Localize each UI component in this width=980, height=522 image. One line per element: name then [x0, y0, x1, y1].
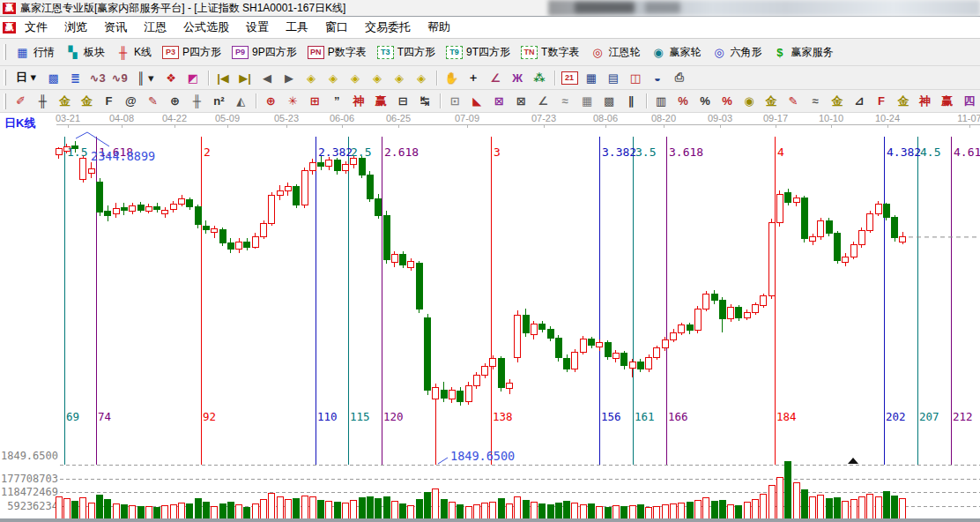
stats-table-button[interactable]: ▥: [650, 92, 672, 110]
corner-box-button[interactable]: ⊡: [444, 92, 466, 110]
color-histogram-button[interactable]: ◩: [182, 69, 204, 87]
shen-angle-button[interactable]: 神: [914, 92, 936, 110]
candle-note-button[interactable]: ✎: [782, 92, 804, 110]
time-grid-button[interactable]: ╫: [32, 92, 54, 110]
go-first-button[interactable]: |◀: [212, 69, 234, 87]
ying-grid-button[interactable]: 赢: [370, 92, 392, 110]
winner-service-button[interactable]: $赢家服务: [767, 42, 838, 63]
grid-box-b-button[interactable]: ▩: [598, 92, 620, 110]
red-grid-box-button[interactable]: ⊞: [304, 92, 326, 110]
gold-line-2-button[interactable]: 金: [826, 92, 848, 110]
go-last-button[interactable]: ▶|: [234, 69, 256, 87]
number-table-button[interactable]: ⊟: [392, 92, 414, 110]
gold-angle-button[interactable]: 金: [892, 92, 914, 110]
time-hash-button[interactable]: ╫: [186, 92, 208, 110]
diamond-left-button[interactable]: ◈: [301, 69, 323, 87]
pan-hand-button[interactable]: ✋: [441, 69, 463, 87]
toolbar-grip[interactable]: [4, 93, 6, 109]
quote-mark-button[interactable]: ”: [326, 92, 348, 110]
hexagon-button[interactable]: ◎六角形: [706, 42, 767, 63]
red-fan-button[interactable]: ◣: [466, 92, 488, 110]
nine-p-square-button[interactable]: P99P四方形: [226, 42, 302, 63]
diamond-vertical-button[interactable]: ◈: [367, 69, 389, 87]
gold-square-9-button[interactable]: 金: [76, 92, 98, 110]
menu-item-1[interactable]: 浏览: [56, 17, 95, 38]
diamond-center-button[interactable]: ◈: [389, 69, 411, 87]
width-measure-button[interactable]: ↹: [414, 92, 436, 110]
memo-button[interactable]: ▤: [603, 69, 625, 87]
net-save-button[interactable]: ◒: [647, 69, 669, 87]
menu-item-5[interactable]: 设置: [238, 17, 277, 38]
diamond-all-button[interactable]: ◈: [411, 69, 433, 87]
t-square-button[interactable]: T3T四方形: [372, 42, 441, 63]
calendar-21-button[interactable]: 21: [559, 69, 581, 87]
angle-measure-button[interactable]: ∠: [485, 69, 507, 87]
menu-item-2[interactable]: 资讯: [96, 17, 135, 38]
candle-body: [637, 362, 643, 369]
gold-line-button[interactable]: 金: [760, 92, 782, 110]
f-angle-button[interactable]: F: [870, 92, 892, 110]
menu-item-8[interactable]: 交易委托: [357, 17, 419, 38]
menu-item-0[interactable]: 文件: [17, 17, 56, 38]
j-angle-button[interactable]: ⊿: [848, 92, 870, 110]
t-number-table-button[interactable]: TNT数字表: [516, 42, 584, 63]
window-layout-button[interactable]: ▩: [42, 69, 64, 87]
date-label: 03-21: [56, 113, 80, 123]
n2-grid-button[interactable]: n²: [208, 92, 230, 110]
print-button[interactable]: ⎙: [669, 69, 691, 87]
toolbar-grip[interactable]: [4, 70, 6, 86]
gann-wheel-button[interactable]: ◎江恩轮: [584, 42, 645, 63]
candle-style-dropdown[interactable]: ║ ▾: [130, 69, 160, 87]
sectors-button[interactable]: ▚板块: [60, 42, 110, 63]
gold-circle-button[interactable]: ◉: [739, 92, 761, 110]
starburst-button[interactable]: ✳: [282, 92, 304, 110]
pencil-grid-button[interactable]: ✎: [142, 92, 164, 110]
menu-item-9[interactable]: 帮助: [419, 17, 458, 38]
menu-item-6[interactable]: 工具: [278, 17, 316, 38]
step-forward-button[interactable]: ▶: [278, 69, 301, 87]
calculator-button[interactable]: ▦: [581, 69, 603, 87]
circle-grid-button[interactable]: ⊕: [164, 92, 186, 110]
toolbar-grip[interactable]: [4, 44, 6, 60]
step-back-button[interactable]: ◀: [256, 69, 278, 87]
gann-tools-button[interactable]: Ж: [507, 69, 529, 87]
menu-item-7[interactable]: 窗口: [317, 17, 356, 38]
crosshair-button[interactable]: ＋: [463, 69, 485, 87]
winner-wheel-button[interactable]: ◉赢家轮: [645, 42, 706, 63]
wave-3-button[interactable]: ∿3: [86, 69, 108, 87]
percent-button[interactable]: %: [694, 92, 716, 110]
menu-item-3[interactable]: 江恩: [136, 17, 174, 38]
diamond-right-button[interactable]: ◈: [323, 69, 345, 87]
compass-cross-button[interactable]: ⊕: [260, 92, 282, 110]
period-day-dropdown[interactable]: 日 ▾: [10, 69, 42, 87]
menu-item-4[interactable]: 公式选股: [175, 17, 237, 38]
p-square-button[interactable]: P3P四方形: [157, 42, 226, 63]
wave-line-button[interactable]: ≈: [804, 92, 826, 110]
mirror-angle-button[interactable]: ◭: [230, 92, 252, 110]
percent-line-button[interactable]: %: [672, 92, 694, 110]
gann-figure-button[interactable]: ❖: [160, 69, 182, 87]
gold-square-button[interactable]: 金: [54, 92, 76, 110]
si-angle-button[interactable]: 四: [958, 92, 980, 110]
spiral-square-button[interactable]: @: [120, 92, 142, 110]
diamond-horizontal-button[interactable]: ◈: [345, 69, 367, 87]
quotes-button[interactable]: ▦行情: [10, 42, 60, 63]
kline-button[interactable]: ╫K线: [110, 42, 157, 63]
grid-box-a-button[interactable]: ▦: [576, 92, 598, 110]
f-square-button[interactable]: F: [98, 92, 120, 110]
ying-angle-button[interactable]: 赢: [936, 92, 958, 110]
draw-pencil-button[interactable]: ✐: [10, 92, 32, 110]
purple-fan-button[interactable]: ⊠: [488, 92, 510, 110]
angle-set-button[interactable]: ∠: [532, 92, 554, 110]
wave-9-button[interactable]: ∿9: [108, 69, 130, 87]
stock-info-button[interactable]: ≣: [64, 69, 86, 87]
save-button[interactable]: ◫: [625, 69, 647, 87]
nine-t-square-button[interactable]: T99T四方形: [441, 42, 516, 63]
parallel-lines-button[interactable]: ∥: [620, 92, 642, 110]
dark-fan-button[interactable]: ⊠: [510, 92, 532, 110]
p-number-table-button[interactable]: PNP数字表: [302, 42, 372, 63]
red-percent-button[interactable]: %: [716, 92, 739, 110]
smart-analysis-button[interactable]: ⁂: [529, 69, 551, 87]
shen-grid-button[interactable]: 神: [348, 92, 370, 110]
wave-button[interactable]: ≈: [554, 92, 576, 110]
